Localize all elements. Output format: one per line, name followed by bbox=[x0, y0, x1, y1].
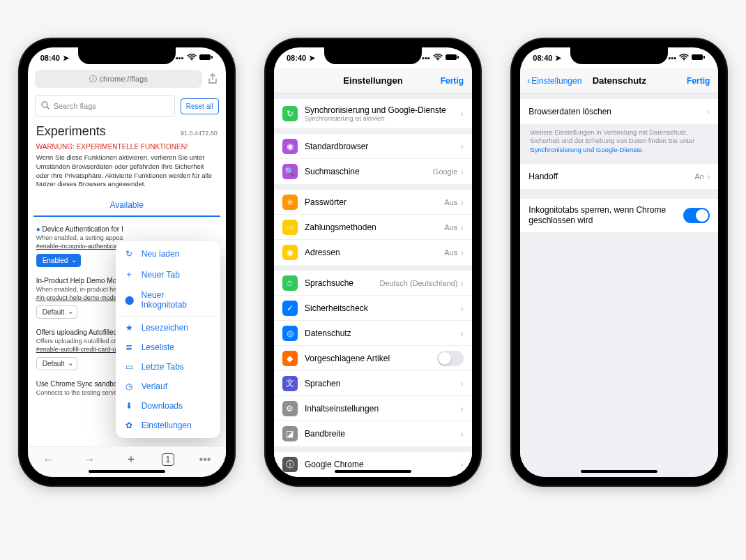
clear-browsing-data-row[interactable]: Browserdaten löschen › bbox=[520, 99, 718, 124]
row-value: Aus bbox=[444, 248, 457, 257]
row-toggle[interactable] bbox=[437, 351, 464, 366]
menu-item[interactable]: ↻Neu laden bbox=[116, 244, 220, 264]
chevron-right-icon: › bbox=[707, 171, 710, 182]
svg-point-8 bbox=[683, 59, 685, 61]
more-icon[interactable]: ••• bbox=[195, 449, 215, 470]
menu-item[interactable]: ▭Letzte Tabs bbox=[116, 357, 220, 377]
tabs-icon[interactable]: 1 bbox=[162, 453, 174, 466]
home-indicator bbox=[335, 470, 411, 473]
svg-rect-6 bbox=[446, 54, 457, 60]
menu-item[interactable]: ⬇Downloads bbox=[116, 396, 220, 416]
sync-link[interactable]: Synchronisierung und Google-Dienste bbox=[530, 146, 642, 153]
settings-row[interactable]: ⓘGoogle Chrome› bbox=[274, 452, 472, 477]
search-input[interactable]: Search flags bbox=[35, 95, 175, 117]
signal-icon: ▪▪▪ bbox=[669, 54, 677, 62]
done-button[interactable]: Fertig bbox=[441, 76, 464, 86]
signal-icon: ▪▪▪ bbox=[422, 54, 430, 62]
address-bar[interactable]: ⓘ chrome://flags bbox=[35, 70, 202, 88]
tab-available[interactable]: Available bbox=[33, 195, 220, 217]
settings-row[interactable]: ◉Standardbrowser› bbox=[274, 134, 472, 159]
settings-row[interactable]: ✓Sicherheitscheck› bbox=[274, 296, 472, 321]
settings-row[interactable]: ⚙Inhaltseinstellungen› bbox=[274, 396, 472, 421]
row-app-icon: ◆ bbox=[282, 351, 298, 366]
phone-3: 08:40 ➤ ▪▪▪ ‹ Einstellungen Datenschutz … bbox=[512, 39, 726, 485]
flag-select[interactable]: Default bbox=[36, 305, 78, 319]
settings-row[interactable]: ▭ZahlungsmethodenAus› bbox=[274, 215, 472, 240]
location-icon: ➤ bbox=[309, 54, 315, 63]
menu-item[interactable]: ✿Einstellungen bbox=[116, 416, 220, 435]
chevron-right-icon: › bbox=[460, 108, 464, 119]
handoff-row[interactable]: Handoff An › bbox=[520, 164, 718, 189]
row-label: Sicherheitscheck bbox=[305, 303, 460, 313]
settings-row[interactable]: 🔍SuchmaschineGoogle› bbox=[274, 159, 472, 184]
row-app-icon: ◎ bbox=[282, 326, 298, 341]
lock-incognito-row[interactable]: Inkognitotabs sperren, wenn Chrome gesch… bbox=[520, 199, 718, 232]
settings-row[interactable]: 文Sprachen› bbox=[274, 371, 472, 396]
share-icon[interactable] bbox=[206, 73, 219, 84]
back-icon[interactable]: ← bbox=[38, 449, 59, 470]
menu-label: Letzte Tabs bbox=[142, 362, 184, 372]
row-label: Sprachsuche bbox=[305, 278, 379, 288]
svg-rect-7 bbox=[457, 56, 459, 59]
menu-item[interactable]: ★Lesezeichen bbox=[116, 318, 220, 338]
battery-icon bbox=[446, 54, 459, 62]
row-label: Google Chrome bbox=[305, 460, 460, 469]
recent-tabs-icon: ▭ bbox=[124, 362, 135, 372]
search-icon bbox=[41, 101, 50, 111]
menu-item[interactable]: ⬤Neuer Inkognitotab bbox=[116, 285, 220, 315]
settings-row[interactable]: ↻Synchronisierung und Google-DiensteSync… bbox=[274, 99, 472, 128]
done-button[interactable]: Fertig bbox=[687, 76, 710, 86]
lock-incognito-toggle[interactable] bbox=[683, 208, 710, 223]
history-icon: ◷ bbox=[124, 381, 135, 391]
plus-icon: ＋ bbox=[124, 268, 135, 280]
row-app-icon: ✓ bbox=[282, 301, 298, 316]
menu-item[interactable]: ≣Leseliste bbox=[116, 338, 220, 357]
flag-select[interactable]: Enabled bbox=[36, 254, 82, 267]
row-label: Adressen bbox=[305, 248, 444, 257]
settings-group: ⍥SprachsucheDeutsch (Deutschland)›✓Siche… bbox=[274, 271, 472, 446]
reset-all-button[interactable]: Reset all bbox=[181, 98, 219, 114]
settings-row[interactable]: ◆Vorgeschlagene Artikel bbox=[274, 346, 472, 371]
flag-select[interactable]: Default bbox=[36, 357, 78, 370]
settings-row[interactable]: ✮PasswörterAus› bbox=[274, 190, 472, 215]
status-time: 08:40 bbox=[40, 54, 60, 62]
row-value: Aus bbox=[444, 223, 457, 232]
battery-icon bbox=[199, 54, 213, 62]
phone-1: 08:40 ➤ ▪▪▪ ⓘ chrome://flags bbox=[20, 39, 234, 485]
settings-row[interactable]: ⍥SprachsucheDeutsch (Deutschland)› bbox=[274, 271, 472, 296]
forward-icon[interactable]: → bbox=[79, 449, 100, 470]
back-button[interactable]: ‹ Einstellungen bbox=[527, 76, 581, 86]
experiments-title: Experiments bbox=[36, 124, 106, 139]
new-tab-icon[interactable]: ＋ bbox=[121, 449, 142, 470]
settings-row[interactable]: ◉AdressenAus› bbox=[274, 240, 472, 265]
menu-label: Downloads bbox=[142, 401, 183, 411]
settings-scroll[interactable]: ↻Synchronisierung und Google-DiensteSync… bbox=[274, 93, 472, 477]
settings-group: ◉Standardbrowser›🔍SuchmaschineGoogle› bbox=[274, 134, 472, 184]
privacy-footer: Weitere Einstellungen in Verbindung mit … bbox=[520, 124, 718, 154]
chevron-right-icon: › bbox=[460, 459, 464, 470]
chevron-right-icon: › bbox=[460, 247, 464, 258]
row-label: Datenschutz bbox=[305, 328, 460, 338]
chevron-right-icon: › bbox=[460, 141, 464, 152]
menu-item[interactable]: ＋Neuer Tab bbox=[116, 264, 220, 285]
flag-title: Device Authentication for I bbox=[36, 225, 218, 233]
settings-row[interactable]: ◎Datenschutz› bbox=[274, 321, 472, 346]
row-sublabel: Synchronisierung ist aktiviert bbox=[305, 115, 460, 122]
overflow-menu: ↻Neu laden＋Neuer Tab⬤Neuer Inkognitotab★… bbox=[116, 241, 220, 438]
chevron-right-icon: › bbox=[460, 303, 464, 314]
menu-item[interactable]: ◷Verlauf bbox=[116, 377, 220, 396]
row-label: Zahlungsmethoden bbox=[305, 222, 444, 232]
row-label: Vorgeschlagene Artikel bbox=[305, 354, 437, 363]
svg-rect-9 bbox=[692, 54, 703, 60]
status-time: 08:40 bbox=[287, 54, 306, 62]
row-label: Standardbrowser bbox=[305, 142, 460, 151]
row-label: Passwörter bbox=[305, 197, 444, 207]
location-icon: ➤ bbox=[63, 54, 69, 63]
menu-label: Einstellungen bbox=[142, 421, 192, 430]
settings-row[interactable]: ◪Bandbreite› bbox=[274, 421, 472, 446]
row-label: Suchmaschine bbox=[305, 167, 433, 176]
row-label: Bandbreite bbox=[305, 429, 460, 439]
battery-icon bbox=[692, 54, 706, 62]
chevron-right-icon: › bbox=[460, 278, 464, 289]
nav-title: Einstellungen bbox=[343, 75, 402, 86]
